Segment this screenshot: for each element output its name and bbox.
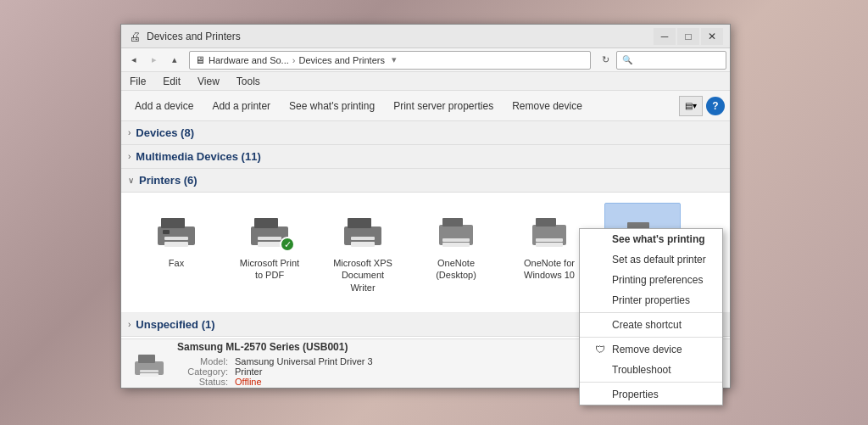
breadcrumb-icon: 🖥 <box>195 54 205 66</box>
menu-bar: File Edit View Tools <box>121 72 730 91</box>
multimedia-section-header[interactable]: › Multimedia Devices (11) <box>121 145 730 169</box>
printer-fax[interactable]: Fax <box>138 203 214 302</box>
ctx-properties[interactable]: Properties <box>580 384 722 405</box>
breadcrumb-separator: › <box>292 55 296 65</box>
onenote-desktop-label: OneNote(Desktop) <box>436 257 476 282</box>
fax-icon <box>149 210 203 254</box>
onenote-desktop-icon <box>429 210 483 254</box>
add-printer-button[interactable]: Add a printer <box>203 97 279 115</box>
ctx-divider-1 <box>580 312 722 313</box>
ctx-set-default[interactable]: Set as default printer <box>580 249 722 270</box>
svg-rect-28 <box>140 370 159 372</box>
svg-rect-13 <box>439 225 473 245</box>
ctx-printer-props-label: Printer properties <box>612 294 690 306</box>
toolbar-right: ▤▾ ? <box>679 96 725 116</box>
model-label: Model: <box>177 356 228 366</box>
window-controls: ─ □ ✕ <box>654 28 723 45</box>
view-toggle-button[interactable]: ▤▾ <box>679 96 703 116</box>
pdf-printer-icon: ✓ <box>242 210 297 254</box>
fax-label: Fax <box>169 257 184 269</box>
multimedia-section-title: Multimedia Devices (11) <box>136 150 260 163</box>
breadcrumb-dropdown-icon: ▾ <box>392 54 397 65</box>
address-bar: ◂ ▸ ▴ 🖥 Hardware and So... › Devices and… <box>121 48 730 72</box>
close-button[interactable]: ✕ <box>701 28 723 45</box>
svg-rect-8 <box>258 242 281 247</box>
breadcrumb-part1: Hardware and So... <box>209 55 289 65</box>
ctx-remove-device-label: Remove device <box>612 344 682 355</box>
menu-file[interactable]: File <box>125 74 151 89</box>
svg-rect-16 <box>442 243 470 247</box>
status-value: Offline <box>235 377 262 387</box>
category-value: Printer <box>235 366 262 377</box>
svg-rect-6 <box>254 218 278 228</box>
ctx-divider-3 <box>580 382 722 383</box>
menu-edit[interactable]: Edit <box>158 74 186 89</box>
ctx-printer-props[interactable]: Printer properties <box>580 290 722 310</box>
ctx-properties-label: Properties <box>612 389 659 400</box>
ctx-see-printing[interactable]: See what's printing <box>580 229 722 249</box>
svg-rect-10 <box>348 218 371 228</box>
svg-rect-26 <box>135 361 164 375</box>
printer-pdf[interactable]: ✓ Microsoft Printto PDF <box>231 203 308 302</box>
ctx-remove-device-icon: 🛡 <box>593 344 607 355</box>
ctx-set-default-label: Set as default printer <box>612 254 706 266</box>
window-icon: 🖨 <box>128 30 142 43</box>
svg-rect-27 <box>138 355 155 363</box>
menu-view[interactable]: View <box>192 74 225 89</box>
remove-device-button[interactable]: Remove device <box>504 97 591 115</box>
help-button[interactable]: ? <box>706 97 725 115</box>
svg-rect-11 <box>351 237 375 240</box>
svg-rect-19 <box>536 238 563 242</box>
svg-rect-29 <box>140 373 159 377</box>
ctx-printing-prefs-label: Printing preferences <box>612 274 703 286</box>
ctx-remove-device[interactable]: 🛡 Remove device <box>580 339 722 360</box>
menu-tools[interactable]: Tools <box>231 74 265 89</box>
printers-chevron: ∨ <box>128 176 134 185</box>
minimize-button[interactable]: ─ <box>654 28 676 45</box>
search-icon: 🔍 <box>622 55 632 64</box>
refresh-button[interactable]: ↻ <box>596 51 615 70</box>
svg-rect-14 <box>442 218 463 226</box>
svg-rect-1 <box>161 218 185 228</box>
ctx-troubleshoot[interactable]: Troubleshoot <box>580 360 722 380</box>
onenote-win10-icon <box>522 210 576 254</box>
forward-button[interactable]: ▸ <box>145 51 164 70</box>
ctx-create-shortcut[interactable]: Create shortcut <box>580 315 722 335</box>
unspecified-chevron: › <box>128 320 131 329</box>
ctx-divider-2 <box>580 337 722 338</box>
window-title: Devices and Printers <box>147 31 654 42</box>
printers-section-header[interactable]: ∨ Printers (6) <box>121 169 730 193</box>
back-button[interactable]: ◂ <box>125 51 143 70</box>
svg-rect-3 <box>164 242 188 247</box>
see-printing-button[interactable]: See what's printing <box>281 97 383 115</box>
svg-rect-18 <box>536 218 556 226</box>
unspecified-section-title: Unspecified (1) <box>136 318 214 331</box>
ctx-printing-prefs[interactable]: Printing preferences <box>580 270 722 290</box>
svg-rect-7 <box>258 237 281 240</box>
printer-onenote-win10[interactable]: OneNote forWindows 10 <box>511 203 587 302</box>
printer-xps[interactable]: Microsoft XPSDocument Writer <box>325 203 401 302</box>
onenote-win10-label: OneNote forWindows 10 <box>524 257 575 282</box>
add-device-button[interactable]: Add a device <box>126 97 202 115</box>
svg-rect-4 <box>163 230 170 234</box>
ctx-see-printing-label: See what's printing <box>612 233 705 245</box>
printer-onenote-desktop[interactable]: OneNote(Desktop) <box>418 203 494 302</box>
search-box[interactable]: 🔍 <box>616 51 726 70</box>
model-value: Samsung Universal Print Driver 3 <box>235 356 373 366</box>
default-checkmark: ✓ <box>280 237 295 252</box>
breadcrumb: 🖥 Hardware and So... › Devices and Print… <box>195 54 397 66</box>
up-button[interactable]: ▴ <box>165 51 184 70</box>
devices-section-header[interactable]: › Devices (8) <box>121 121 730 145</box>
printers-section-title: Printers (6) <box>139 174 198 187</box>
maximize-button[interactable]: □ <box>677 28 699 45</box>
devices-section-title: Devices (8) <box>136 126 194 139</box>
context-menu: See what's printing Set as default print… <box>579 228 723 405</box>
status-label: Status: <box>177 377 228 387</box>
xps-printer-label: Microsoft XPSDocument Writer <box>328 257 398 294</box>
address-path[interactable]: 🖥 Hardware and So... › Devices and Print… <box>189 51 591 70</box>
pdf-printer-label: Microsoft Printto PDF <box>240 257 299 282</box>
ctx-create-shortcut-label: Create shortcut <box>612 319 682 331</box>
print-server-button[interactable]: Print server properties <box>385 97 502 115</box>
status-device-icon <box>131 346 167 382</box>
xps-printer-icon <box>336 210 390 254</box>
